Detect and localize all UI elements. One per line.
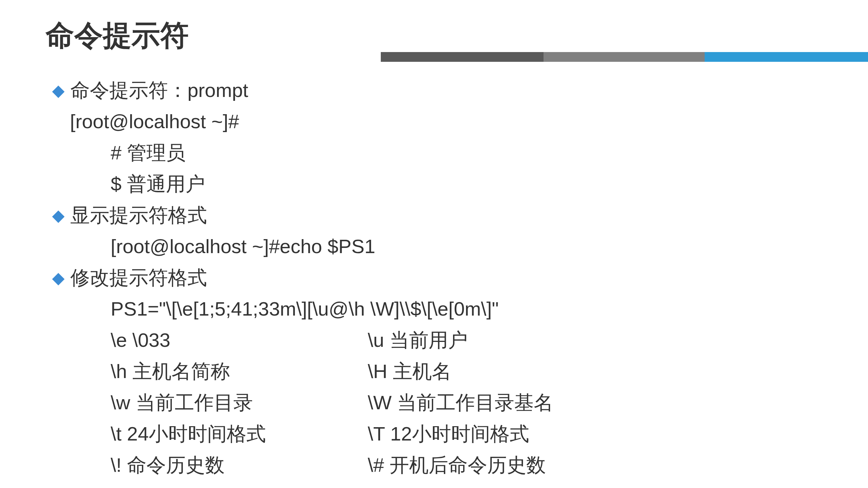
diamond-icon: ◆	[52, 77, 64, 103]
row4-right: \T 12小时时间格式	[368, 418, 553, 450]
escape-row-1: \e \033 \u 当前用户	[52, 325, 553, 356]
section1-line2: # 管理员	[52, 137, 553, 168]
slide-content: ◆ 命令提示符：prompt [root@localhost ~]# # 管理员…	[52, 75, 553, 481]
row5-left: \! 命令历史数	[111, 450, 368, 481]
section2-heading: 显示提示符格式	[70, 200, 207, 231]
escape-row-3: \w 当前工作目录 \W 当前工作目录基名	[52, 387, 553, 418]
accent-bar-dark	[381, 52, 544, 62]
section2-line1: [root@localhost ~]#echo $PS1	[52, 231, 553, 262]
row5-right: \# 开机后命令历史数	[368, 450, 553, 481]
bullet-section-2: ◆ 显示提示符格式	[52, 200, 553, 231]
slide-title: 命令提示符	[45, 16, 189, 55]
escape-row-5: \! 命令历史数 \# 开机后命令历史数	[52, 450, 553, 481]
diamond-icon: ◆	[52, 265, 64, 291]
row3-right: \W 当前工作目录基名	[368, 387, 553, 418]
escape-row-2: \h 主机名简称 \H 主机名	[52, 356, 553, 387]
accent-bar-gray	[544, 52, 705, 62]
accent-bar-blue	[705, 52, 868, 62]
accent-bars	[381, 52, 868, 62]
section1-line3: $ 普通用户	[52, 168, 553, 200]
section1-line1: [root@localhost ~]#	[52, 106, 553, 137]
row3-left: \w 当前工作目录	[111, 387, 368, 418]
section3-heading: 修改提示符格式	[70, 262, 207, 293]
row2-left: \h 主机名简称	[111, 356, 368, 387]
section1-heading: 命令提示符：prompt	[70, 75, 248, 106]
row4-left: \t 24小时时间格式	[111, 418, 368, 450]
row2-right: \H 主机名	[368, 356, 553, 387]
escape-row-4: \t 24小时时间格式 \T 12小时时间格式	[52, 418, 553, 450]
diamond-icon: ◆	[52, 202, 64, 228]
section3-line1: PS1="\[\e[1;5;41;33m\][\u@\h \W]\\$\[\e[…	[52, 293, 553, 325]
row1-right: \u 当前用户	[368, 325, 553, 356]
bullet-section-1: ◆ 命令提示符：prompt	[52, 75, 553, 106]
row1-left: \e \033	[111, 325, 368, 356]
bullet-section-3: ◆ 修改提示符格式	[52, 262, 553, 293]
